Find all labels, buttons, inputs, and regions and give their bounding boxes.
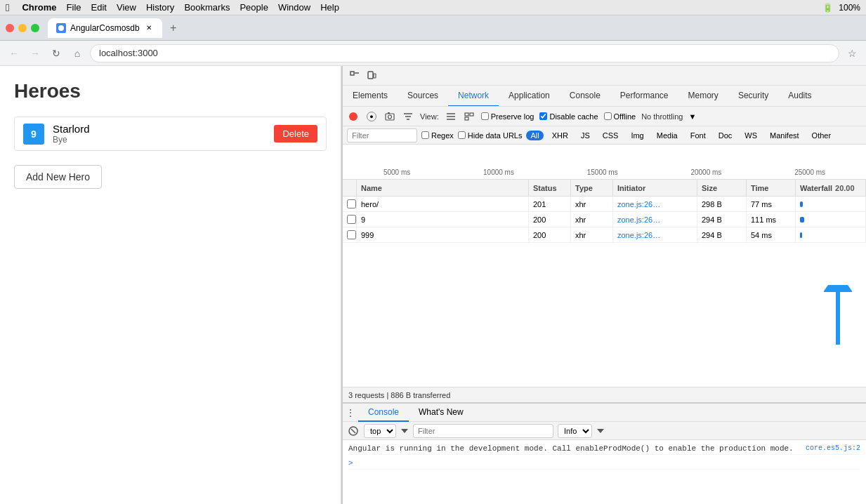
filter-doc[interactable]: Doc [714, 131, 737, 140]
header-name[interactable]: Name [357, 180, 529, 196]
apple-menu[interactable]:  [6, 1, 9, 13]
tab-application[interactable]: Application [499, 86, 560, 107]
filter-media[interactable]: Media [652, 131, 682, 140]
filter-css[interactable]: CSS [598, 131, 623, 140]
network-filter-input[interactable] [347, 128, 417, 142]
list-view-button[interactable] [445, 110, 457, 123]
regex-checkbox[interactable]: Regex [421, 131, 454, 140]
console-kebab-menu[interactable]: ⋮ [343, 405, 358, 420]
throttle-selector[interactable]: No throttling [641, 112, 683, 121]
regex-input[interactable] [421, 131, 429, 139]
preserve-log-checkbox[interactable]: Preserve log [481, 112, 534, 121]
header-waterfall[interactable]: Waterfall 20.00 [796, 180, 866, 196]
log-level-selector[interactable]: Info [558, 424, 592, 438]
console-prompt-symbol[interactable]: > [348, 459, 353, 467]
capture-screenshots-button[interactable] [383, 110, 396, 123]
tab-sources[interactable]: Sources [398, 86, 448, 107]
record-button[interactable] [347, 110, 360, 123]
filter-font[interactable]: Font [686, 131, 710, 140]
context-dropdown-icon[interactable] [400, 427, 409, 435]
log-level-dropdown-icon[interactable] [596, 427, 605, 435]
address-bar[interactable]: localhost:3000 [90, 44, 839, 62]
row-initiator-9[interactable]: zone.js:26… [613, 212, 697, 227]
device-toggle-button[interactable] [364, 68, 379, 84]
tab-security[interactable]: Security [728, 86, 778, 107]
console-message-source[interactable]: core.es5.js:2 [806, 444, 860, 452]
header-status[interactable]: Status [529, 180, 571, 196]
filter-img[interactable]: Img [626, 131, 648, 140]
tab-network[interactable]: Network [448, 86, 499, 107]
hide-data-urls-checkbox[interactable]: Hide data URLs [458, 131, 523, 140]
edit-menu[interactable]: Edit [91, 2, 107, 13]
maximize-window-button[interactable] [31, 24, 39, 32]
header-type[interactable]: Type [571, 180, 613, 196]
clear-button[interactable]: ● [365, 110, 378, 123]
active-tab[interactable]: AngularCosmosdb ✕ [48, 18, 162, 38]
reload-button[interactable]: ↻ [48, 45, 65, 62]
tab-bar: AngularCosmosdb ✕ + [48, 18, 182, 38]
people-menu[interactable]: People [240, 2, 268, 13]
throttle-dropdown-icon[interactable]: ▼ [688, 112, 696, 121]
filter-manifest[interactable]: Manifest [766, 131, 803, 140]
row-checkbox-9[interactable] [347, 215, 356, 224]
file-menu[interactable]: File [67, 2, 81, 13]
console-tab-whats-new[interactable]: What's New [409, 404, 473, 422]
close-window-button[interactable] [6, 24, 14, 32]
console-clear-button[interactable] [347, 425, 360, 437]
add-new-hero-button[interactable]: Add New Hero [14, 165, 102, 189]
row-checkbox-999[interactable] [347, 230, 356, 239]
history-menu[interactable]: History [146, 2, 174, 13]
network-row-hero[interactable]: hero/ 201 xhr zone.js:26… 298 B 77 ms [343, 197, 866, 212]
console-input-area[interactable] [357, 459, 860, 467]
disable-cache-input[interactable] [539, 112, 547, 120]
timeline-mark-5: 25000 ms [794, 168, 825, 176]
console-toolbar: top Info [343, 422, 866, 440]
row-checkbox-hero[interactable] [347, 199, 356, 208]
tab-elements[interactable]: Elements [343, 86, 398, 107]
filter-js[interactable]: JS [577, 131, 594, 140]
tab-console[interactable]: Console [560, 86, 610, 107]
view-menu[interactable]: View [117, 2, 136, 13]
timeline-mark-3: 15000 ms [587, 168, 618, 176]
tab-memory[interactable]: Memory [678, 86, 728, 107]
tab-audits[interactable]: Audits [778, 86, 821, 107]
help-menu[interactable]: Help [320, 2, 339, 13]
tab-close-button[interactable]: ✕ [144, 23, 154, 33]
minimize-window-button[interactable] [18, 24, 27, 32]
delete-hero-button[interactable]: Delete [274, 125, 317, 142]
hide-data-urls-input[interactable] [458, 131, 466, 139]
filter-xhr[interactable]: XHR [548, 131, 572, 140]
row-size-hero: 298 B [697, 197, 747, 211]
forward-button[interactable]: → [27, 45, 44, 62]
offline-input[interactable] [604, 112, 612, 120]
window-menu[interactable]: Window [278, 2, 310, 13]
row-initiator-999[interactable]: zone.js:26… [613, 227, 697, 242]
console-tab-console[interactable]: Console [358, 404, 409, 422]
filter-button[interactable] [402, 110, 414, 123]
bookmark-button[interactable]: ☆ [844, 45, 860, 62]
filter-all[interactable]: All [526, 131, 543, 140]
filter-other[interactable]: Other [808, 131, 836, 140]
filter-ws[interactable]: WS [740, 131, 761, 140]
network-row-9[interactable]: 9 200 xhr zone.js:26… 294 B 111 ms [343, 212, 866, 227]
context-selector[interactable]: top [364, 424, 396, 438]
console-prompt-line[interactable]: > [348, 458, 860, 470]
back-button[interactable]: ← [6, 45, 22, 62]
chrome-menu[interactable]: Chrome [22, 2, 56, 13]
network-row-999[interactable]: 999 200 xhr zone.js:26… 294 B 54 ms [343, 227, 866, 243]
new-tab-button[interactable]: + [165, 20, 182, 37]
row-status-9: 200 [529, 212, 571, 227]
header-size[interactable]: Size [697, 180, 747, 196]
inspect-element-button[interactable] [347, 68, 362, 84]
bookmarks-menu[interactable]: Bookmarks [184, 2, 230, 13]
group-view-button[interactable] [463, 110, 475, 123]
offline-checkbox[interactable]: Offline [604, 112, 636, 121]
header-time[interactable]: Time [747, 180, 796, 196]
preserve-log-input[interactable] [481, 112, 489, 120]
console-filter-input[interactable] [413, 424, 553, 438]
home-button[interactable]: ⌂ [69, 45, 86, 62]
row-initiator-hero[interactable]: zone.js:26… [613, 197, 697, 211]
tab-performance[interactable]: Performance [610, 86, 678, 107]
disable-cache-checkbox[interactable]: Disable cache [539, 112, 598, 121]
header-initiator[interactable]: Initiator [613, 180, 697, 196]
